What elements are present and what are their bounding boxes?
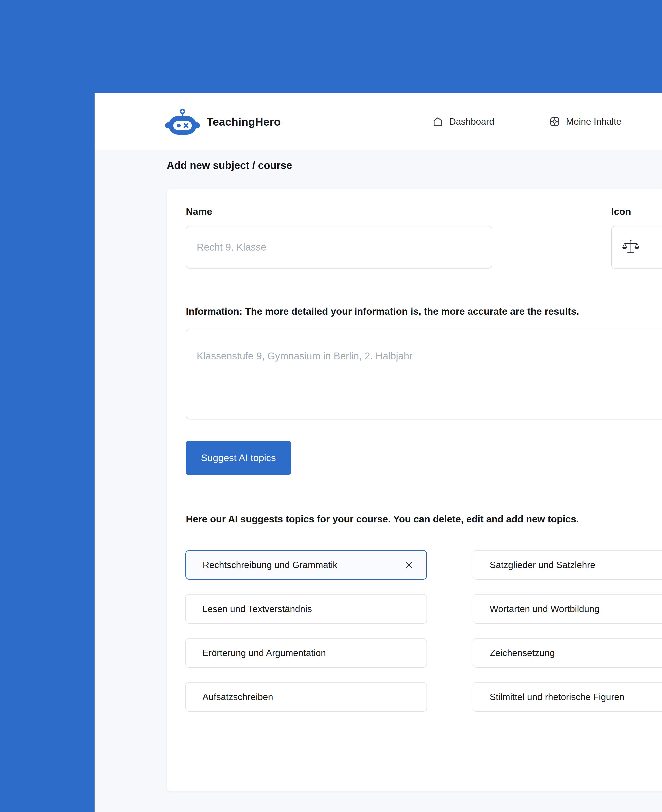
topic-chip[interactable]: Aufsatzschreiben <box>185 682 427 712</box>
nav-dashboard[interactable]: Dashboard <box>432 93 494 150</box>
course-info-textarea[interactable] <box>186 329 662 419</box>
close-icon[interactable] <box>403 560 414 570</box>
topic-label: Rechtschreibung und Grammatik <box>202 560 337 570</box>
balance-scale-icon <box>622 238 640 256</box>
topic-chip[interactable]: Satzglieder und Satzlehre <box>472 550 662 580</box>
topic-label: Aufsatzschreiben <box>202 692 273 702</box>
topic-label: Zeichensetzung <box>490 648 555 658</box>
nav-meine-inhalte-label: Meine Inhalte <box>566 116 621 127</box>
nav-dashboard-label: Dashboard <box>449 116 494 127</box>
topic-chip[interactable]: Erörterung und Argumentation <box>185 638 427 668</box>
brand-name: TeachingHero <box>207 115 281 128</box>
topic-chip[interactable]: Lesen und Textverständnis <box>185 594 427 624</box>
course-form-card: Name Icon Information: The more detailed… <box>167 189 662 791</box>
topic-label: Lesen und Textverständnis <box>202 604 312 614</box>
topic-label: Satzglieder und Satzlehre <box>490 560 595 570</box>
app-panel: TeachingHero Dashboard Meine Inhalte Add… <box>95 93 662 812</box>
icon-label: Icon <box>611 206 631 217</box>
information-label: Information: The more detailed your info… <box>186 306 579 317</box>
top-navigation: TeachingHero Dashboard Meine Inhalte <box>95 93 662 150</box>
course-name-input[interactable] <box>186 226 492 269</box>
home-icon <box>432 116 443 127</box>
nav-meine-inhalte[interactable]: Meine Inhalte <box>549 93 621 150</box>
topic-chip[interactable]: Rechtschreibung und Grammatik <box>185 550 427 580</box>
suggest-ai-topics-button[interactable]: Suggest AI topics <box>186 441 291 475</box>
topic-label: Wortarten und Wortbildung <box>490 604 599 614</box>
topic-chip[interactable]: Stilmittel und rhetorische Figuren <box>472 682 662 712</box>
topic-label: Erörterung und Argumentation <box>202 648 326 658</box>
topic-chip[interactable]: Wortarten und Wortbildung <box>472 594 662 624</box>
topics-grid: Rechtschreibung und Grammatik Satzgliede… <box>185 550 662 712</box>
topics-hint: Here our AI suggests topics for your cou… <box>186 514 579 525</box>
topic-label: Stilmittel und rhetorische Figuren <box>490 692 624 702</box>
brand[interactable]: TeachingHero <box>165 93 281 150</box>
page-title: Add new subject / course <box>167 160 292 171</box>
robot-logo-icon <box>165 109 201 135</box>
topic-chip[interactable]: Zeichensetzung <box>472 638 662 668</box>
grid-icon <box>549 116 560 127</box>
icon-picker[interactable] <box>611 226 662 269</box>
name-label: Name <box>186 206 212 217</box>
